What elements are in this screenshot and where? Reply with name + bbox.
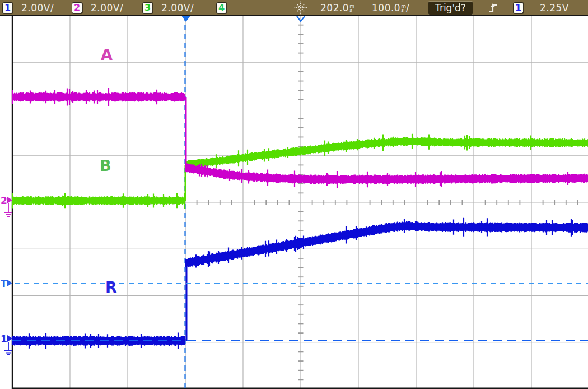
channel-2-button[interactable]: 2 [72,0,83,16]
scope-graticule: 2T1ABR [0,16,588,389]
status-bar: 1 2.00V/ 2 2.00V/ 3 2.00V/ 4 [0,0,588,16]
left-marker-arrow-T [7,280,12,286]
left-marker-label-1: 1 [1,334,7,345]
trace-B-band [186,134,588,169]
channel-4-number[interactable]: 4 [216,2,227,14]
left-marker-arrow-1 [7,335,12,342]
channel-4-button[interactable]: 4 [216,0,227,16]
trace-label-A: A [101,46,113,63]
trigger-source-button[interactable]: 1 [513,0,524,16]
trigger-level-readout: 2.25V [540,0,569,16]
channel-3-button[interactable]: 3 [142,0,153,16]
channel-3-scale: 2.00V/ [161,0,194,16]
waveform-display: 2T1ABR [0,16,588,389]
channel-1-number[interactable]: 1 [2,2,13,14]
delay-readout: 202.0 m s [320,0,354,16]
snowflake-icon [293,0,308,16]
channel-2-scale: 2.00V/ [91,0,123,16]
trigger-time-marker [181,16,190,22]
trace-label-B: B [100,157,111,174]
left-marker-label-T: T [1,278,7,289]
trigger-status-badge: Trig'd? [428,0,473,16]
trace-R-band [186,218,588,268]
trigger-source-number[interactable]: 1 [513,2,524,14]
timebase-readout: 100.0 m s / [372,0,409,16]
channel-1-scale: 2.00V/ [21,0,54,16]
trace-label-R: R [105,279,117,296]
channel-2-number[interactable]: 2 [72,2,83,14]
left-marker-arrow-2 [7,197,12,203]
channel-1-button[interactable]: 1 [2,0,13,16]
left-marker-label-2: 2 [1,195,7,206]
rising-edge-icon [488,0,498,16]
channel-3-number[interactable]: 3 [142,2,153,14]
